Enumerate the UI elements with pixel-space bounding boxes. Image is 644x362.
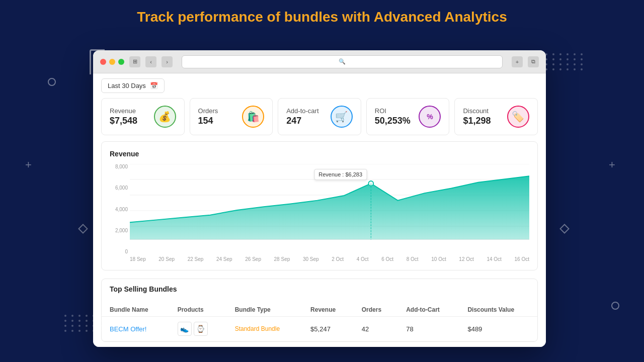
top-bundles-table: Bundle NameProductsBundle TypeRevenueOrd…: [102, 303, 537, 341]
kpi-value-revenue: $7,548: [110, 116, 137, 126]
bundles-col-header: Bundle Name: [102, 303, 170, 317]
browser-content: Last 30 Days 📅 Revenue $7,548 💰 Orders 1…: [93, 73, 546, 347]
calendar-icon: 📅: [150, 82, 158, 89]
bundle-discounts-value: $489: [459, 317, 537, 341]
x-axis-label: 16 Oct: [514, 256, 529, 262]
dot: [64, 325, 66, 327]
date-filter-bar: Last 30 Days 📅: [93, 73, 546, 98]
bundle-name-link[interactable]: BECM Offer!: [110, 325, 146, 333]
kpi-card-orders: Orders 154 🛍️: [190, 98, 273, 135]
kpi-text-roi: ROI 50,253%: [375, 107, 411, 126]
dot: [100, 325, 102, 327]
bundles-col-header: Orders: [354, 303, 398, 317]
dot: [78, 325, 80, 327]
dot: [71, 315, 73, 317]
top-bundles-header: Top Selling Bundles: [102, 279, 537, 303]
fullscreen-button[interactable]: ⧉: [528, 56, 539, 67]
kpi-value-discount: $1,298: [463, 116, 491, 126]
dot: [71, 330, 73, 332]
date-filter-dropdown[interactable]: Last 30 Days 📅: [101, 78, 165, 93]
minimize-button[interactable]: [109, 59, 115, 65]
bundle-row: BECM Offer!👟⌚Standard Bundle$5,2474278$4…: [102, 317, 537, 341]
dot: [545, 63, 547, 65]
kpi-icon-revenue: 💰: [154, 106, 176, 128]
revenue-chart-svg: [130, 164, 529, 242]
forward-button[interactable]: ›: [162, 56, 173, 67]
bundles-col-header: Revenue: [302, 303, 354, 317]
x-axis-label: 18 Sep: [130, 256, 146, 262]
kpi-icon-discount: 🏷️: [507, 106, 529, 128]
x-axis-label: 24 Sep: [216, 256, 232, 262]
dot: [559, 53, 561, 55]
kpi-card-roi: ROI 50,253% %: [366, 98, 450, 135]
dot: [581, 53, 583, 55]
chart-title: Revenue: [110, 150, 529, 158]
kpi-icon-orders: 🛍️: [242, 106, 264, 128]
top-bundles-tbody: BECM Offer!👟⌚Standard Bundle$5,2474278$4…: [102, 317, 537, 341]
dot: [567, 68, 569, 70]
dot: [78, 320, 80, 322]
dot: [93, 315, 95, 317]
dot: [552, 58, 554, 60]
address-bar[interactable]: 🔍: [182, 55, 503, 68]
dot: [86, 320, 88, 322]
dot: [93, 320, 95, 322]
kpi-card-add-to-cart: Add-to-cart 247 🛒: [278, 98, 361, 135]
close-button[interactable]: [100, 59, 106, 65]
product-icons: 👟⌚: [178, 322, 219, 336]
kpi-text-orders: Orders 154: [198, 107, 218, 126]
dot: [93, 330, 95, 332]
dot: [574, 63, 576, 65]
x-axis-label: 28 Sep: [274, 256, 290, 262]
kpi-label-discount: Discount: [463, 107, 491, 115]
bundles-col-header: Products: [170, 303, 227, 317]
dot: [86, 315, 88, 317]
x-axis-label: 14 Oct: [487, 256, 501, 262]
dot: [71, 320, 73, 322]
search-icon: 🔍: [339, 58, 346, 65]
x-axis-label: 12 Oct: [459, 256, 473, 262]
dot: [552, 53, 554, 55]
dot: [100, 330, 102, 332]
dot: [100, 320, 102, 322]
x-axis-label: 4 Oct: [357, 256, 369, 262]
dot: [100, 315, 102, 317]
dot-grid-right: [545, 53, 585, 70]
kpi-label-roi: ROI: [375, 107, 411, 115]
dot: [545, 68, 547, 70]
x-axis-label: 8 Oct: [407, 256, 419, 262]
page-title: Track performance of bundles with Advanc…: [0, 0, 644, 30]
diamond-decoration: [78, 224, 88, 234]
dot: [574, 68, 576, 70]
window-grid-button[interactable]: ⊞: [129, 56, 140, 67]
kpi-icon-roi: %: [419, 106, 441, 128]
kpi-text-add-to-cart: Add-to-cart 247: [286, 107, 318, 126]
top-bundles-title: Top Selling Bundles: [110, 285, 529, 293]
dot: [545, 53, 547, 55]
dot: [581, 58, 583, 60]
dot: [86, 330, 88, 332]
new-tab-button[interactable]: +: [512, 56, 523, 67]
top-bundles-header-row: Bundle NameProductsBundle TypeRevenueOrd…: [102, 303, 537, 317]
kpi-label-orders: Orders: [198, 107, 218, 115]
browser-chrome: ⊞ ‹ › 🔍 + ⧉: [93, 50, 546, 73]
dot: [552, 63, 554, 65]
browser-window: ⊞ ‹ › 🔍 + ⧉ Last 30 Days 📅 Revenue $7,54…: [93, 50, 546, 347]
bundle-add-to-cart: 78: [398, 317, 459, 341]
back-button[interactable]: ‹: [145, 56, 156, 67]
bundles-col-header: Bundle Type: [227, 303, 302, 317]
bundle-revenue: $5,247: [302, 317, 354, 341]
dot: [559, 58, 561, 60]
top-bundles-section: Top Selling Bundles Bundle NameProductsB…: [101, 279, 538, 342]
dot: [64, 330, 66, 332]
product-icon: ⌚: [194, 322, 208, 336]
bundles-col-header: Discounts Value: [459, 303, 537, 317]
maximize-button[interactable]: [118, 59, 124, 65]
x-axis-label: 10 Oct: [431, 256, 446, 262]
x-axis: 18 Sep20 Sep22 Sep24 Sep26 Sep28 Sep30 S…: [110, 256, 529, 262]
circle-decoration: [611, 302, 619, 310]
kpi-card-discount: Discount $1,298 🏷️: [454, 98, 538, 135]
dot: [545, 58, 547, 60]
date-filter-label: Last 30 Days: [108, 82, 146, 89]
kpi-card-revenue: Revenue $7,548 💰: [101, 98, 185, 135]
